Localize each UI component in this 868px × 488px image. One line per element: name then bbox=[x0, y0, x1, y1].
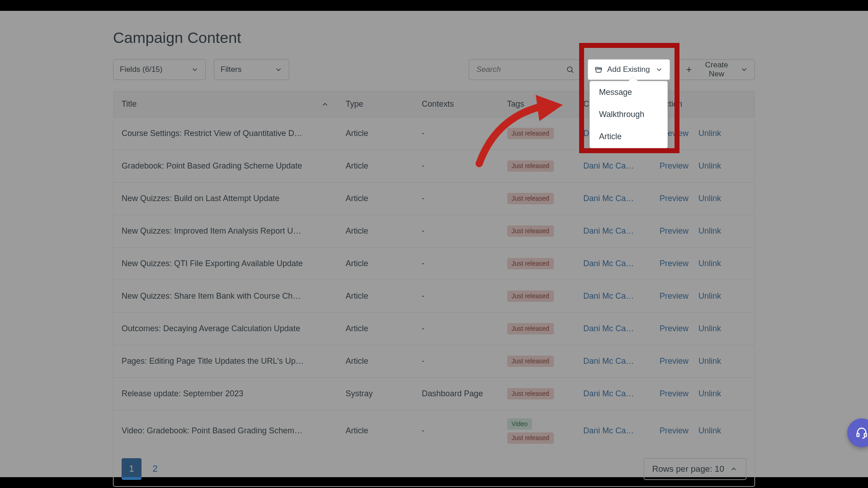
cell-action: PreviewUnlink bbox=[651, 248, 755, 280]
column-header-type[interactable]: Type bbox=[337, 91, 414, 117]
preview-link[interactable]: Preview bbox=[660, 357, 689, 366]
add-existing-button[interactable]: Add Existing bbox=[588, 59, 670, 80]
table-row: New Quizzes: Share Item Bank with Course… bbox=[113, 280, 755, 313]
unlink-link[interactable]: Unlink bbox=[698, 426, 721, 436]
preview-link[interactable]: Preview bbox=[660, 291, 689, 301]
title-text: Release update: September 2023 bbox=[122, 389, 243, 399]
cell-title[interactable]: Pages: Editing Page Title Updates the UR… bbox=[113, 345, 337, 377]
add-menu-item-article[interactable]: Article bbox=[590, 126, 667, 148]
tag-badge: Just released bbox=[507, 128, 554, 139]
table-row: Release update: September 2023SystrayDas… bbox=[113, 378, 755, 410]
table-footer: 12 Rows per page: 10 bbox=[113, 452, 755, 486]
created-by-link[interactable]: Dani Mc Ca… bbox=[583, 389, 634, 399]
cell-type: Article bbox=[337, 117, 414, 150]
fields-dropdown[interactable]: Fields (6/15) bbox=[113, 59, 206, 80]
cell-title[interactable]: New Quizzes: Improved Item Analysis Repo… bbox=[113, 215, 337, 247]
unlink-link[interactable]: Unlink bbox=[698, 389, 721, 399]
cell-tags: Just released bbox=[499, 378, 576, 410]
add-menu-item-message[interactable]: Message bbox=[590, 81, 667, 103]
cell-type: Article bbox=[337, 183, 414, 215]
unlink-link[interactable]: Unlink bbox=[698, 259, 721, 268]
svg-rect-4 bbox=[857, 433, 859, 436]
plus-icon bbox=[685, 66, 693, 74]
cell-title[interactable]: New Quizzes: Build on Last Attempt Updat… bbox=[113, 183, 337, 215]
search-input[interactable] bbox=[469, 59, 580, 80]
preview-link[interactable]: Preview bbox=[660, 226, 689, 236]
create-new-wrap: Create New bbox=[678, 59, 755, 80]
cell-type: Article bbox=[337, 215, 414, 247]
tag-badge: Just released bbox=[507, 225, 554, 237]
unlink-link[interactable]: Unlink bbox=[698, 226, 721, 236]
created-by-link[interactable]: Dani Mc Ca… bbox=[583, 194, 634, 203]
chevron-down-icon bbox=[655, 66, 663, 74]
cell-contexts: - bbox=[414, 248, 499, 280]
letterbox-top bbox=[0, 0, 868, 11]
cell-contexts: - bbox=[414, 280, 499, 312]
page-button[interactable]: 2 bbox=[145, 458, 165, 480]
column-header-title[interactable]: Title bbox=[113, 91, 337, 117]
table-row: Outcomes: Decaying Average Calculation U… bbox=[113, 313, 755, 345]
add-menu-item-walkthrough[interactable]: Walkthrough bbox=[590, 103, 667, 126]
title-text: Gradebook: Point Based Grading Scheme Up… bbox=[122, 161, 302, 171]
cell-created-by: Dani Mc Ca… bbox=[575, 313, 651, 345]
chevron-down-icon bbox=[274, 66, 283, 74]
cell-title[interactable]: New Quizzes: QTI File Exporting Availabl… bbox=[113, 248, 337, 280]
table-row: New Quizzes: Build on Last Attempt Updat… bbox=[113, 183, 755, 215]
cell-type: Article bbox=[337, 248, 414, 280]
cell-action: PreviewUnlink bbox=[651, 280, 755, 312]
filters-dropdown[interactable]: Filters bbox=[214, 59, 289, 80]
cell-tags: Just released bbox=[499, 117, 576, 150]
created-by-link[interactable]: Dani Mc Ca… bbox=[583, 426, 634, 436]
page-title: Campaign Content bbox=[113, 29, 755, 47]
cell-created-by: Dani Mc Ca… bbox=[575, 410, 651, 452]
create-new-button[interactable]: Create New bbox=[678, 59, 755, 80]
created-by-link[interactable]: Dani Mc Ca… bbox=[583, 161, 634, 171]
cell-title[interactable]: Outcomes: Decaying Average Calculation U… bbox=[113, 313, 337, 345]
cell-title[interactable]: New Quizzes: Share Item Bank with Course… bbox=[113, 280, 337, 312]
unlink-link[interactable]: Unlink bbox=[698, 194, 721, 203]
preview-link[interactable]: Preview bbox=[660, 426, 689, 436]
cell-contexts: - bbox=[414, 215, 499, 247]
create-new-label: Create New bbox=[698, 61, 736, 79]
column-header-contexts[interactable]: Contexts bbox=[414, 91, 499, 117]
cell-tags: Just released bbox=[499, 345, 576, 377]
cell-title[interactable]: Gradebook: Point Based Grading Scheme Up… bbox=[113, 150, 337, 182]
cell-created-by: Dani Mc Ca… bbox=[575, 280, 651, 312]
cell-created-by: Dani Mc Ca… bbox=[575, 215, 651, 247]
cell-action: PreviewUnlink bbox=[651, 410, 755, 452]
title-text: Outcomes: Decaying Average Calculation U… bbox=[122, 324, 300, 333]
cell-contexts: - bbox=[414, 345, 499, 377]
unlink-link[interactable]: Unlink bbox=[698, 129, 721, 138]
page-button[interactable]: 1 bbox=[122, 458, 142, 480]
tag-badge: Just released bbox=[507, 258, 554, 269]
table-body: Course Settings: Restrict View of Quanti… bbox=[113, 117, 755, 452]
created-by-link[interactable]: Dani Mc Ca… bbox=[583, 291, 634, 301]
created-by-link[interactable]: Dani Mc Ca… bbox=[583, 226, 634, 236]
rows-per-page-select[interactable]: Rows per page: 10 bbox=[644, 458, 747, 480]
preview-link[interactable]: Preview bbox=[660, 389, 689, 399]
tag-badge: Just released bbox=[507, 160, 554, 172]
chevron-down-icon bbox=[740, 66, 748, 74]
cell-contexts: - bbox=[414, 150, 499, 182]
tag-badge: Just released bbox=[507, 432, 554, 444]
unlink-link[interactable]: Unlink bbox=[698, 357, 721, 366]
preview-link[interactable]: Preview bbox=[660, 259, 689, 268]
created-by-link[interactable]: Dani Mc Ca… bbox=[583, 259, 634, 268]
cell-title[interactable]: Video: Gradebook: Point Based Grading Sc… bbox=[113, 410, 337, 452]
title-text: New Quizzes: QTI File Exporting Availabl… bbox=[122, 259, 303, 268]
preview-link[interactable]: Preview bbox=[660, 194, 689, 203]
cell-created-by: Dani Mc Ca… bbox=[575, 378, 651, 410]
cell-title[interactable]: Release update: September 2023 bbox=[113, 378, 337, 410]
headset-icon bbox=[855, 427, 868, 439]
cell-tags: Just released bbox=[499, 280, 576, 312]
preview-link[interactable]: Preview bbox=[660, 324, 689, 333]
unlink-link[interactable]: Unlink bbox=[698, 324, 721, 333]
column-header-tags[interactable]: Tags bbox=[499, 91, 576, 117]
created-by-link[interactable]: Dani Mc Ca… bbox=[583, 324, 634, 333]
cell-title[interactable]: Course Settings: Restrict View of Quanti… bbox=[113, 117, 337, 150]
unlink-link[interactable]: Unlink bbox=[698, 161, 721, 171]
created-by-link[interactable]: Dani Mc Ca… bbox=[583, 357, 634, 366]
preview-link[interactable]: Preview bbox=[660, 161, 689, 171]
cell-tags: Just released bbox=[499, 183, 576, 215]
unlink-link[interactable]: Unlink bbox=[698, 291, 721, 301]
